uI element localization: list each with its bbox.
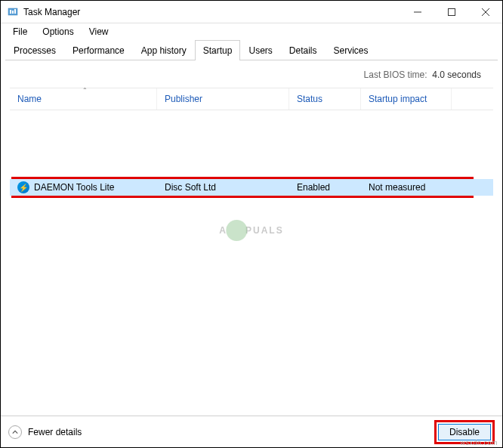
svg-rect-2 (12, 11, 14, 14)
fewer-details-label: Fewer details (28, 427, 82, 437)
svg-rect-1 (10, 10, 11, 14)
bios-label: Last BIOS time: (364, 70, 427, 80)
tab-services[interactable]: Services (326, 40, 377, 60)
tab-performance[interactable]: Performance (64, 40, 133, 60)
tab-details[interactable]: Details (281, 40, 326, 60)
content-area: Last BIOS time: 4.0 seconds ⌃ Name Publi… (5, 60, 498, 390)
column-headers: ⌃ Name Publisher Status Startup impact (10, 88, 493, 110)
window-title: Task Manager (23, 7, 400, 17)
cell-status: Enabled (289, 182, 361, 193)
tab-startup[interactable]: Startup (195, 40, 241, 60)
sort-indicator-icon: ⌃ (82, 87, 88, 94)
footer: Fewer details Disable (1, 416, 502, 447)
svg-rect-5 (448, 8, 455, 15)
tab-users[interactable]: Users (240, 40, 280, 60)
cell-name: ⚡ DAEMON Tools Lite (10, 181, 157, 193)
tab-processes[interactable]: Processes (5, 40, 64, 60)
attribution: wsxdn.com (460, 439, 498, 446)
row-name-label: DAEMON Tools Lite (34, 182, 114, 193)
close-button[interactable] (468, 1, 502, 23)
app-icon (7, 6, 19, 18)
minimize-button[interactable] (400, 1, 434, 23)
rows-area: ⚡ DAEMON Tools Lite Disc Soft Ltd Enable… (10, 110, 493, 390)
bios-info: Last BIOS time: 4.0 seconds (10, 60, 493, 88)
column-impact[interactable]: Startup impact (361, 88, 452, 110)
disable-button[interactable]: Disable (438, 424, 491, 440)
menubar: File Options View (1, 23, 502, 40)
column-publisher[interactable]: Publisher (157, 88, 289, 110)
fewer-details-button[interactable]: Fewer details (8, 425, 82, 439)
tabs: Processes Performance App history Startu… (5, 40, 498, 60)
titlebar: Task Manager (1, 1, 502, 23)
table-row[interactable]: ⚡ DAEMON Tools Lite Disc Soft Ltd Enable… (10, 179, 493, 196)
menu-options[interactable]: Options (36, 25, 79, 39)
menu-file[interactable]: File (7, 25, 33, 39)
menu-view[interactable]: View (83, 25, 115, 39)
window-controls (400, 1, 502, 23)
chevron-up-icon (8, 425, 22, 439)
bios-value: 4.0 seconds (432, 70, 481, 80)
svg-rect-3 (14, 9, 16, 14)
column-status[interactable]: Status (289, 88, 361, 110)
cell-impact: Not measured (361, 182, 452, 193)
tab-app-history[interactable]: App history (133, 40, 195, 60)
daemon-tools-icon: ⚡ (17, 181, 29, 193)
cell-publisher: Disc Soft Ltd (157, 182, 289, 193)
maximize-button[interactable] (434, 1, 468, 23)
